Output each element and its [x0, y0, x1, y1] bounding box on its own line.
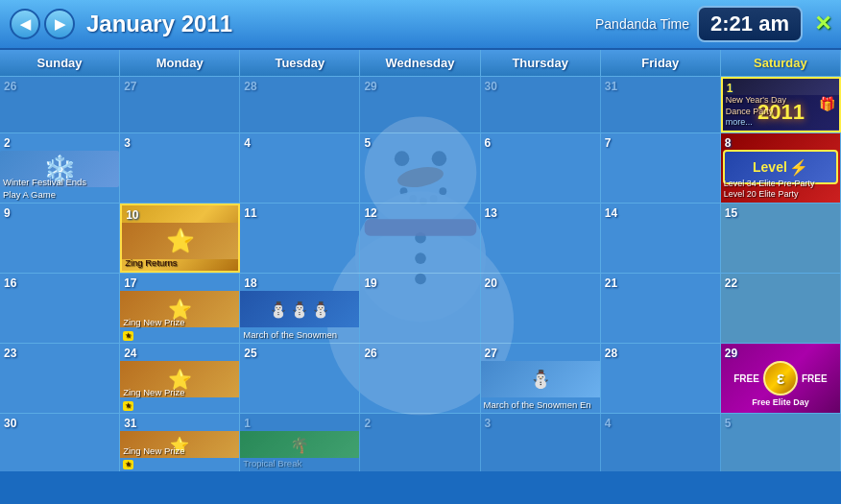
day-cell-jan13[interactable]: 13	[481, 204, 601, 273]
day-cell-jan29[interactable]: 29 FREE ε FREE Free Elite Day	[721, 344, 841, 413]
day-cell-feb2[interactable]: 2	[360, 414, 480, 471]
day-cell-dec26[interactable]: 26	[0, 77, 120, 132]
day-cell-feb4[interactable]: 4	[601, 414, 721, 471]
header-monday: Monday	[120, 50, 240, 76]
calendar-header: ◀ ▶ January 2011 Pandanda Time 2:21 am ✕	[0, 0, 841, 50]
day-cell-jan9[interactable]: 9	[0, 204, 120, 273]
month-title: January 2011	[86, 11, 595, 37]
day-cell-feb5[interactable]: 5	[721, 414, 841, 471]
day-cell-jan22[interactable]: 22	[721, 274, 841, 343]
week-row-5: 23 24 ⭐ Zing New Prize ★ 25 26 27 ⛄	[0, 343, 841, 413]
week-row-4: 16 17 ⭐ Zing New Prize ★ 18 ⛄⛄⛄	[0, 273, 841, 343]
calendar-grid: Sunday Monday Tuesday Wednesday Thursday…	[0, 50, 841, 471]
header-saturday: Saturday	[721, 50, 841, 76]
header-sunday: Sunday	[0, 50, 120, 76]
close-button[interactable]: ✕	[814, 12, 831, 36]
prev-month-button[interactable]: ◀	[10, 9, 40, 39]
day-headers: Sunday Monday Tuesday Wednesday Thursday…	[0, 50, 841, 76]
header-wednesday: Wednesday	[360, 50, 480, 76]
day-cell-feb3[interactable]: 3	[481, 414, 601, 471]
day-cell-feb1[interactable]: 1 🌴 Tropical Break	[240, 414, 360, 471]
time-display: 2:21 am	[697, 6, 803, 42]
day-cell-dec31[interactable]: 31	[601, 77, 721, 132]
day-cell-jan2[interactable]: 2 ❄️ Winter Festival EndsPlay A Game	[0, 133, 120, 203]
day-cell-jan20[interactable]: 20	[481, 274, 601, 343]
day-cell-jan16[interactable]: 16	[0, 274, 120, 343]
day-cell-jan28[interactable]: 28	[601, 344, 721, 413]
day-cell-jan6[interactable]: 6	[481, 133, 601, 203]
day-cell-jan14[interactable]: 14	[601, 204, 721, 273]
header-friday: Friday	[601, 50, 721, 76]
nav-arrows: ◀ ▶	[10, 9, 75, 39]
pandanda-time-label: Pandanda Time	[595, 16, 689, 32]
day-cell-dec29[interactable]: 29	[360, 77, 480, 132]
header-tuesday: Tuesday	[240, 50, 360, 76]
day-cell-jan18[interactable]: 18 ⛄⛄⛄ March of the Snowmen	[240, 274, 360, 343]
day-cell-jan24[interactable]: 24 ⭐ Zing New Prize ★	[120, 344, 240, 413]
day-cell-jan23[interactable]: 23	[0, 344, 120, 413]
day-cell-dec28[interactable]: 28	[240, 77, 360, 132]
day-cell-jan31[interactable]: 31 ⭐ Zing New Prize ★	[120, 414, 240, 471]
day-cell-jan11[interactable]: 11	[240, 204, 360, 273]
day-cell-jan21[interactable]: 21	[601, 274, 721, 343]
day-cell-jan5[interactable]: 5	[360, 133, 480, 203]
day-cell-jan12[interactable]: 12	[360, 204, 480, 273]
header-thursday: Thursday	[481, 50, 601, 76]
week-row-2: 2 ❄️ Winter Festival EndsPlay A Game 3 4…	[0, 132, 841, 203]
day-cell-jan4[interactable]: 4	[240, 133, 360, 203]
day-cell-jan30[interactable]: 30	[0, 414, 120, 471]
day-cell-jan19[interactable]: 19	[360, 274, 480, 343]
day-cell-jan26[interactable]: 26	[360, 344, 480, 413]
day-cell-jan27[interactable]: 27 ⛄ March of the Snowmen En	[481, 344, 601, 413]
day-cell-jan8[interactable]: 8 Level ⚡ Level 34 Elite Pre-PartyLevel …	[721, 133, 841, 203]
day-cell-jan25[interactable]: 25	[240, 344, 360, 413]
day-cell-jan10[interactable]: 10 ⭐ Zing Returns	[120, 204, 240, 273]
day-cell-dec30[interactable]: 30	[481, 77, 601, 132]
day-cell-jan17[interactable]: 17 ⭐ Zing New Prize ★	[120, 274, 240, 343]
calendar-wrapper: ◀ ▶ January 2011 Pandanda Time 2:21 am ✕	[0, 0, 841, 471]
day-cell-jan3[interactable]: 3	[120, 133, 240, 203]
day-cell-jan7[interactable]: 7	[601, 133, 721, 203]
next-month-button[interactable]: ▶	[44, 9, 75, 39]
day-cell-dec27[interactable]: 27	[120, 77, 240, 132]
day-cell-jan1[interactable]: 1 2011 New Year's DayDance Partymore... …	[721, 77, 841, 132]
day-cell-jan15[interactable]: 15	[721, 204, 841, 273]
week-row-1: 26 27 28 29 30 31 1 2011 New Year's DayD…	[0, 76, 841, 132]
week-row-3: 9 10 ⭐ Zing Returns 11 12 13 14 15	[0, 203, 841, 273]
week-row-6: 30 31 ⭐ Zing New Prize ★ 1 🌴	[0, 413, 841, 471]
